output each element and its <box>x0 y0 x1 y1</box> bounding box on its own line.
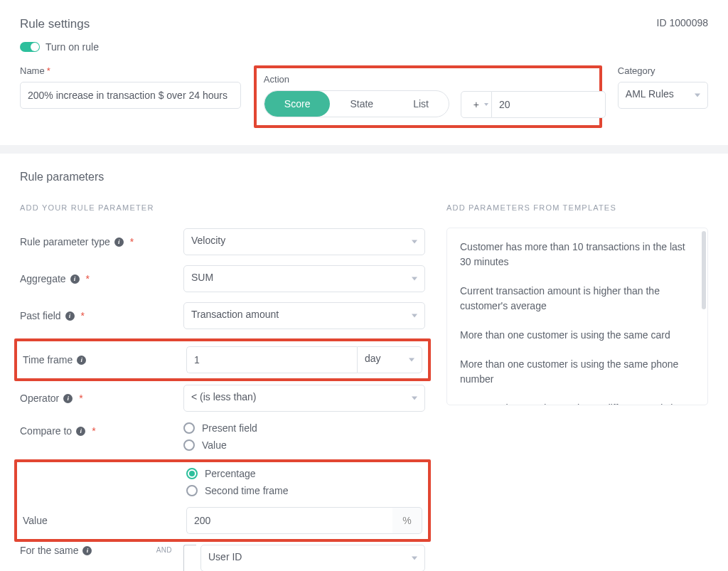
name-label: Name* <box>20 65 241 76</box>
template-item[interactable]: Current transaction amount is higher tha… <box>447 277 707 321</box>
param-right-column: ADD PARAMETERS FROM TEMPLATES Customer h… <box>446 203 708 571</box>
and-badge: AND <box>156 546 172 554</box>
timeframe-highlight-box: Time framei day <box>14 338 431 381</box>
param-type-label: Rule parameter typei* <box>20 236 183 247</box>
toggle-label: Turn on rule <box>46 41 99 53</box>
param-row-timeframe: Time framei day <box>23 346 422 374</box>
category-label: Category <box>618 65 708 76</box>
category-field-group: Category AML Rules <box>618 65 708 109</box>
for-same-label: For the samei AND <box>20 545 183 556</box>
rule-settings-title: Rule settings <box>20 17 90 31</box>
action-label: Action <box>264 74 449 85</box>
value-input[interactable] <box>186 507 392 534</box>
info-icon[interactable]: i <box>65 311 75 321</box>
name-field-group: Name* <box>20 65 241 109</box>
action-score-tab[interactable]: Score <box>264 91 331 117</box>
category-select[interactable]: AML Rules <box>618 82 708 109</box>
operator-select[interactable]: < (is less than) <box>183 385 425 412</box>
param-row-type: Rule parameter typei* Velocity <box>20 228 425 256</box>
info-icon[interactable]: i <box>114 238 124 247</box>
radio-second-timeframe[interactable]: Second time frame <box>186 485 422 496</box>
compare-to-label: Compare toi* <box>20 421 183 437</box>
for-same-wrap: User ID Add field <box>183 545 425 571</box>
bracket-icon <box>183 545 196 571</box>
template-item[interactable]: More than one customer is using the same… <box>447 321 707 350</box>
timeframe-label: Time framei <box>23 354 186 365</box>
info-icon[interactable]: i <box>76 427 85 436</box>
action-field-group: Action Score State List + <box>261 65 602 128</box>
rule-settings-section: Rule settings ID 1000098 Turn on rule Na… <box>0 0 728 145</box>
info-icon[interactable]: i <box>70 274 80 284</box>
info-icon[interactable]: i <box>63 394 73 403</box>
radio-present-field[interactable]: Present field <box>183 422 425 434</box>
aggregate-label: Aggregatei* <box>20 273 183 284</box>
header-row: Rule settings ID 1000098 <box>20 17 708 31</box>
rule-parameters-title: Rule parameters <box>20 171 708 183</box>
action-list-tab[interactable]: List <box>393 91 449 117</box>
turn-on-rule-toggle[interactable] <box>20 42 40 52</box>
rule-id: ID 1000098 <box>657 17 708 28</box>
section-divider <box>0 145 728 154</box>
add-rule-param-subheader: ADD YOUR RULE PARAMETER <box>20 203 425 212</box>
param-row-value: Value % <box>23 506 422 535</box>
template-list[interactable]: Customer has more than 10 transactions i… <box>446 228 708 405</box>
param-row-aggregate: Aggregatei* SUM <box>20 265 425 293</box>
top-form: Name* Action Score State List + <box>20 65 708 128</box>
value-highlight-box: Percentage Second time frame Value % <box>14 459 431 542</box>
info-icon[interactable]: i <box>82 546 92 555</box>
past-field-label: Past fieldi* <box>20 310 183 321</box>
action-operator-select[interactable]: + <box>461 91 492 118</box>
param-row-compare-to: Compare toi* Present field Value <box>20 421 425 451</box>
aggregate-select[interactable]: SUM <box>183 265 425 292</box>
for-same-select[interactable]: User ID <box>200 545 425 571</box>
action-value-input[interactable] <box>492 91 606 118</box>
value-label: Value <box>23 515 186 526</box>
scrollbar-thumb[interactable] <box>702 231 706 309</box>
action-value-wrap: + <box>461 91 606 118</box>
info-icon[interactable]: i <box>77 356 86 365</box>
percent-suffix: % <box>392 507 422 534</box>
param-type-select[interactable]: Velocity <box>183 228 425 255</box>
action-segmented-control: Score State List <box>264 90 449 117</box>
rule-parameters-section: Rule parameters ADD YOUR RULE PARAMETER … <box>0 154 728 571</box>
timeframe-control: day <box>186 346 422 373</box>
radio-value[interactable]: Value <box>183 439 425 451</box>
value-control: % <box>186 507 422 534</box>
timeframe-value-input[interactable] <box>186 346 357 373</box>
action-state-tab[interactable]: State <box>330 91 393 117</box>
param-row-for-same: For the samei AND User ID Add field <box>20 545 425 571</box>
past-field-select[interactable]: Transaction amount <box>183 302 425 329</box>
template-item[interactable]: Customer has used more than 5 different … <box>447 394 707 405</box>
timeframe-unit-select[interactable]: day <box>357 346 422 373</box>
param-row-operator: Operatori* < (is less than) <box>20 384 425 412</box>
name-input[interactable] <box>20 82 241 109</box>
param-left-column: ADD YOUR RULE PARAMETER Rule parameter t… <box>20 203 425 571</box>
compare-to-radio-group-2: Percentage Second time frame <box>186 466 422 496</box>
template-item[interactable]: More than one customer is using the same… <box>447 350 707 394</box>
radio-percentage[interactable]: Percentage <box>186 468 422 479</box>
operator-label: Operatori* <box>20 393 183 404</box>
param-row-past-field: Past fieldi* Transaction amount <box>20 301 425 330</box>
toggle-row: Turn on rule <box>20 41 708 53</box>
params-columns: ADD YOUR RULE PARAMETER Rule parameter t… <box>20 203 708 571</box>
template-item[interactable]: Customer has more than 10 transactions i… <box>447 233 707 277</box>
action-highlight-box: Action Score State List + <box>254 65 602 128</box>
templates-subheader: ADD PARAMETERS FROM TEMPLATES <box>446 203 708 212</box>
compare-to-radio-group: Present field Value <box>183 421 425 451</box>
